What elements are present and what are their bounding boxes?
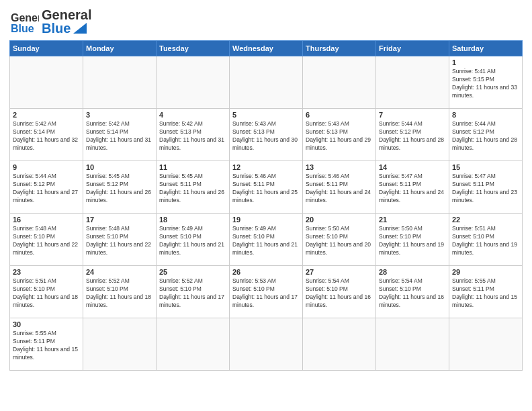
cell-sunrise: Sunrise: 5:45 AM [86,173,153,181]
cell-daylight: Daylight: 11 hours and 24 minutes. [306,189,373,205]
cell-daylight: Daylight: 11 hours and 28 minutes. [452,136,519,152]
cell-date: 30 [13,320,80,328]
cell-sunset: Sunset: 5:10 PM [306,233,373,241]
cell-sunset: Sunset: 5:10 PM [452,233,519,241]
calendar-cell: 9 Sunrise: 5:44 AM Sunset: 5:12 PM Dayli… [10,161,83,214]
cell-date: 10 [86,163,153,171]
cell-sunset: Sunset: 5:11 PM [379,181,446,189]
cell-daylight: Daylight: 11 hours and 21 minutes. [232,241,300,257]
cell-sunrise: Sunrise: 5:55 AM [452,277,519,285]
cell-sunset: Sunset: 5:10 PM [379,233,446,241]
cell-sunrise: Sunrise: 5:51 AM [13,277,80,285]
cell-sunrise: Sunrise: 5:45 AM [159,173,226,181]
logo-triangle-icon [73,23,87,34]
cell-sunset: Sunset: 5:12 PM [86,181,153,189]
cell-date: 26 [232,268,300,276]
cell-sunrise: Sunrise: 5:43 AM [232,120,300,128]
cell-sunset: Sunset: 5:11 PM [452,181,519,189]
cell-sunset: Sunset: 5:14 PM [86,128,153,136]
calendar-cell: 28 Sunrise: 5:54 AM Sunset: 5:10 PM Dayl… [376,266,449,318]
svg-text:Blue: Blue [11,23,34,34]
cell-daylight: Daylight: 11 hours and 33 minutes. [452,84,519,100]
cell-sunset: Sunset: 5:10 PM [159,233,226,241]
calendar-cell: 2 Sunrise: 5:42 AM Sunset: 5:14 PM Dayli… [10,109,83,161]
cell-sunrise: Sunrise: 5:44 AM [13,173,80,181]
col-sunday: Sunday [10,41,83,56]
cell-sunrise: Sunrise: 5:46 AM [306,173,373,181]
cell-sunrise: Sunrise: 5:53 AM [232,277,300,285]
cell-daylight: Daylight: 11 hours and 21 minutes. [159,241,226,257]
cell-date: 22 [452,216,519,224]
logo: General Blue General Blue [9,7,91,36]
cell-sunset: Sunset: 5:13 PM [306,128,373,136]
cell-daylight: Daylight: 11 hours and 27 minutes. [13,189,80,205]
cell-daylight: Daylight: 11 hours and 22 minutes. [13,241,80,257]
calendar-cell [303,318,376,371]
cell-sunrise: Sunrise: 5:48 AM [86,225,153,233]
cell-daylight: Daylight: 11 hours and 19 minutes. [452,241,519,257]
calendar-cell: 24 Sunrise: 5:52 AM Sunset: 5:10 PM Dayl… [83,266,157,318]
cell-sunset: Sunset: 5:12 PM [452,128,519,136]
cell-date: 6 [306,111,373,119]
cell-daylight: Daylight: 11 hours and 28 minutes. [379,136,446,152]
cell-sunrise: Sunrise: 5:49 AM [232,225,300,233]
calendar-cell: 6 Sunrise: 5:43 AM Sunset: 5:13 PM Dayli… [303,109,376,161]
calendar-cell: 11 Sunrise: 5:45 AM Sunset: 5:11 PM Dayl… [157,161,230,214]
calendar-cell: 17 Sunrise: 5:48 AM Sunset: 5:10 PM Dayl… [83,214,157,266]
cell-sunrise: Sunrise: 5:47 AM [379,173,446,181]
calendar-cell: 15 Sunrise: 5:47 AM Sunset: 5:11 PM Dayl… [449,161,523,214]
cell-date: 9 [13,163,80,171]
cell-date: 1 [452,58,519,66]
cell-date: 2 [13,111,80,119]
calendar-cell [230,56,303,109]
calendar-cell: 20 Sunrise: 5:50 AM Sunset: 5:10 PM Dayl… [303,214,376,266]
cell-date: 18 [159,216,226,224]
cell-sunrise: Sunrise: 5:44 AM [379,120,446,128]
cell-daylight: Daylight: 11 hours and 22 minutes. [86,241,153,257]
cell-date: 19 [232,216,300,224]
cell-sunrise: Sunrise: 5:42 AM [159,120,226,128]
calendar-cell [157,56,230,109]
cell-sunset: Sunset: 5:12 PM [13,181,80,189]
cell-sunset: Sunset: 5:15 PM [452,76,519,84]
calendar-cell [449,318,523,371]
cell-date: 17 [86,216,153,224]
cell-date: 29 [452,268,519,276]
cell-date: 3 [86,111,153,119]
calendar-cell: 22 Sunrise: 5:51 AM Sunset: 5:10 PM Dayl… [449,214,523,266]
calendar-cell [303,56,376,109]
calendar-cell: 4 Sunrise: 5:42 AM Sunset: 5:13 PM Dayli… [157,109,230,161]
calendar-cell: 13 Sunrise: 5:46 AM Sunset: 5:11 PM Dayl… [303,161,376,214]
cell-sunrise: Sunrise: 5:43 AM [306,120,373,128]
cell-daylight: Daylight: 11 hours and 31 minutes. [159,136,226,152]
cell-sunrise: Sunrise: 5:55 AM [13,330,80,338]
cell-sunset: Sunset: 5:13 PM [159,128,226,136]
cell-sunset: Sunset: 5:10 PM [232,285,300,293]
calendar-cell: 1 Sunrise: 5:41 AM Sunset: 5:15 PM Dayli… [449,56,523,109]
calendar-cell: 12 Sunrise: 5:46 AM Sunset: 5:11 PM Dayl… [230,161,303,214]
cell-daylight: Daylight: 11 hours and 29 minutes. [306,136,373,152]
logo-general-text: General [42,8,91,21]
cell-date: 11 [159,163,226,171]
cell-sunrise: Sunrise: 5:47 AM [452,173,519,181]
cell-daylight: Daylight: 11 hours and 25 minutes. [232,189,300,205]
cell-sunset: Sunset: 5:10 PM [13,285,80,293]
cell-sunset: Sunset: 5:10 PM [86,285,153,293]
cell-date: 8 [452,111,519,119]
cell-sunrise: Sunrise: 5:48 AM [13,225,80,233]
calendar-cell: 21 Sunrise: 5:50 AM Sunset: 5:10 PM Dayl… [376,214,449,266]
cell-daylight: Daylight: 11 hours and 26 minutes. [86,189,153,205]
cell-daylight: Daylight: 11 hours and 20 minutes. [306,241,373,257]
cell-sunrise: Sunrise: 5:54 AM [306,277,373,285]
cell-date: 24 [86,268,153,276]
calendar-cell: 25 Sunrise: 5:52 AM Sunset: 5:10 PM Dayl… [157,266,230,318]
svg-marker-2 [73,23,87,34]
cell-sunset: Sunset: 5:14 PM [13,128,80,136]
calendar-cell: 14 Sunrise: 5:47 AM Sunset: 5:11 PM Dayl… [376,161,449,214]
cell-daylight: Daylight: 11 hours and 24 minutes. [379,189,446,205]
calendar-cell: 5 Sunrise: 5:43 AM Sunset: 5:13 PM Dayli… [230,109,303,161]
cell-date: 12 [232,163,300,171]
cell-sunset: Sunset: 5:10 PM [232,233,300,241]
cell-date: 27 [306,268,373,276]
cell-date: 14 [379,163,446,171]
